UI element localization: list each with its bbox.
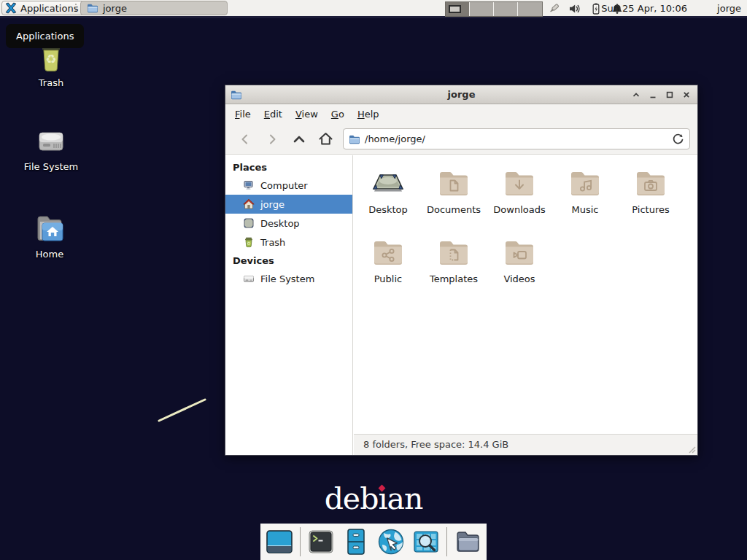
public-folder-icon (355, 235, 421, 270)
sidebar-item-jorge[interactable]: jorge (225, 195, 352, 214)
path-value[interactable]: /home/jorge/ (365, 133, 667, 144)
file-item-label: Videos (487, 273, 552, 284)
workspace-3[interactable] (494, 2, 518, 16)
file-item-label: Downloads (487, 204, 552, 215)
menu-edit[interactable]: Edit (258, 106, 289, 122)
folder-icon (349, 133, 360, 145)
folder-icon (87, 2, 98, 14)
sidebar-item-label: Computer (260, 180, 308, 191)
close-button[interactable] (678, 85, 694, 104)
sidebar-item-trash[interactable]: ♻ Trash (225, 233, 352, 252)
up-button[interactable] (285, 128, 312, 150)
web-browser-icon[interactable] (376, 527, 406, 556)
panel-clock[interactable]: Sun 25 Apr, 10:06 (601, 0, 687, 16)
file-manager-icon[interactable] (341, 527, 371, 556)
app-finder-icon[interactable] (411, 527, 441, 556)
pictures-folder-icon (618, 166, 684, 201)
status-bar: 8 folders, Free space: 14.4 GiB (354, 434, 697, 455)
desktop-icon (243, 217, 255, 229)
file-item-label: Music (552, 204, 618, 215)
resize-grip[interactable] (686, 444, 697, 454)
menu-bar: File Edit View Go Help (225, 104, 697, 124)
workspace-2[interactable] (470, 2, 494, 16)
file-item-downloads[interactable]: Downloads (487, 166, 552, 235)
panel-username: jorge (717, 0, 741, 16)
desktop-icon-label: File System (13, 161, 89, 172)
shade-button[interactable] (627, 85, 644, 104)
workspace-4[interactable] (518, 2, 542, 16)
file-item-label: Pictures (618, 204, 684, 215)
file-item-pictures[interactable]: Pictures (618, 166, 684, 235)
file-item-templates[interactable]: Templates (421, 235, 487, 304)
documents-folder-icon (421, 166, 487, 201)
downloads-folder-icon (487, 166, 552, 201)
back-button[interactable] (231, 128, 258, 150)
volume-icon[interactable] (568, 2, 581, 15)
xorg-logo-icon (5, 2, 17, 14)
file-item-desktop[interactable]: Desktop (355, 166, 421, 235)
top-panel: Applications jorge Sun 25 Apr, 10:06 jor… (0, 0, 747, 18)
tool-icon[interactable] (547, 2, 560, 15)
status-text: 8 folders, Free space: 14.4 GiB (363, 439, 508, 450)
debian-logo-dotless-i: ı (378, 481, 387, 516)
desktop-icon-filesystem[interactable]: File System (13, 122, 89, 172)
hard-drive-icon (243, 273, 255, 284)
show-desktop-icon[interactable] (265, 527, 294, 556)
file-item-music[interactable]: Music (552, 166, 618, 235)
sidebar-item-filesystem[interactable]: File System (225, 269, 352, 288)
window-titlebar[interactable]: jorge (225, 85, 697, 104)
path-entry[interactable]: /home/jorge/ (343, 128, 690, 149)
desktop-icon-label: Home (12, 249, 88, 260)
desktop-icon-home[interactable]: Home (12, 210, 88, 260)
forward-button[interactable] (258, 128, 285, 150)
applications-menu-label: Applications (20, 3, 78, 14)
dock-separator (300, 527, 301, 556)
sidebar-item-computer[interactable]: Computer (225, 176, 352, 195)
sidebar-item-label: jorge (260, 199, 285, 210)
minimize-button[interactable] (644, 85, 661, 104)
svg-text:♻: ♻ (45, 52, 56, 66)
taskbar-window-button[interactable]: jorge (80, 1, 228, 15)
file-item-label: Templates (421, 273, 487, 284)
debian-logo-text: deb (325, 481, 379, 516)
maximize-button[interactable] (661, 85, 678, 104)
menu-go[interactable]: Go (325, 106, 351, 122)
reload-icon[interactable] (672, 133, 684, 145)
debian-logo-text: an (387, 481, 423, 516)
debian-logo: debıan (0, 481, 747, 516)
file-manager-window: jorge File Edit View Go Help (225, 85, 698, 456)
trash-icon: ♻ (243, 236, 255, 248)
templates-folder-icon (421, 235, 487, 270)
sidebar-item-label: Trash (260, 237, 285, 248)
computer-icon (243, 179, 255, 191)
file-item-videos[interactable]: Videos (487, 235, 552, 304)
window-title: jorge (225, 85, 697, 104)
menu-file[interactable]: File (228, 106, 258, 122)
sidebar-item-desktop[interactable]: Desktop (225, 214, 352, 233)
menu-view[interactable]: View (289, 106, 325, 122)
file-item-label: Desktop (355, 204, 421, 215)
dock-separator (446, 527, 447, 556)
applications-menu-button[interactable]: Applications (1, 1, 85, 15)
bottom-dock (260, 524, 487, 560)
workspace-1[interactable] (446, 2, 470, 16)
file-item-public[interactable]: Public (355, 235, 421, 304)
applications-tooltip: Applications (6, 24, 84, 48)
home-button[interactable] (312, 128, 339, 150)
workspace-switcher (445, 1, 543, 17)
toolbar: /home/jorge/ (225, 124, 697, 155)
sidebar-item-label: Desktop (260, 218, 300, 229)
directory-menu-icon[interactable] (453, 527, 482, 556)
menu-help[interactable]: Help (351, 106, 386, 122)
panel-handle[interactable] (75, 4, 77, 11)
taskbar-window-label: jorge (103, 3, 127, 14)
sidebar-header-devices: Devices (225, 252, 352, 269)
terminal-icon[interactable] (306, 527, 336, 556)
sidebar-item-label: File System (260, 273, 314, 284)
file-grid: Desktop Documents (354, 155, 697, 434)
file-item-documents[interactable]: Documents (421, 166, 487, 235)
svg-text:♻: ♻ (247, 241, 250, 246)
hard-drive-icon (13, 122, 89, 158)
sidebar-header-places: Places (225, 158, 352, 176)
desktop-special-icon (355, 166, 421, 201)
